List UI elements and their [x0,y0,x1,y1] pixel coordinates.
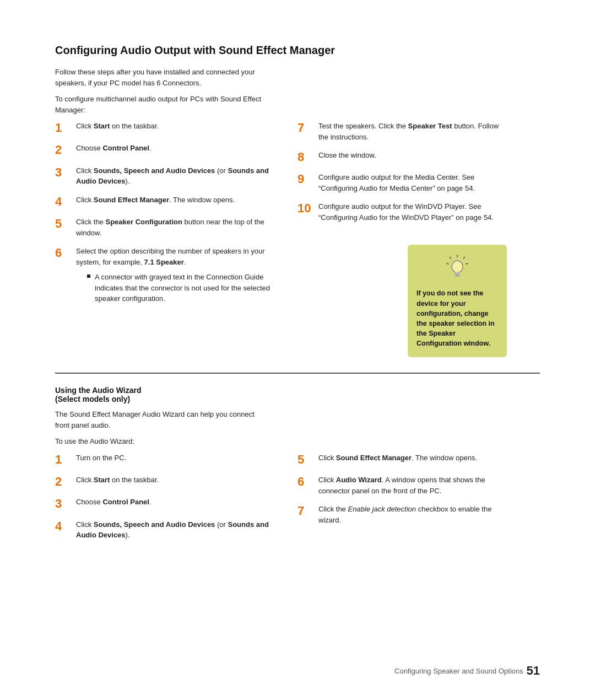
section2-intro1: The Sound Effect Manager Audio Wizard ca… [55,409,264,430]
step-10-number: 10 [298,201,315,216]
s2-step-4: 4 Click Sounds, Speech and Audio Devices… [55,519,275,541]
step-6-text: Select the option describing the number … [76,247,265,266]
section2-title-line1: Using the Audio Wizard [55,386,540,395]
section2-title-line2: (Select models only) [55,395,540,403]
s2-step-5-number: 5 [298,453,315,467]
bullet-icon [87,274,90,278]
svg-rect-7 [455,274,460,276]
step-6-number: 6 [55,246,73,260]
s2-step-1-number: 1 [55,453,73,467]
step-3-text: Click Sounds, Speech and Audio Devices (… [76,165,275,187]
s2-step-2: 2 Click Start on the taskbar. [55,475,275,489]
s2-step-7-number: 7 [298,504,315,518]
s2-step-7-text: Click the Enable jack detection checkbox… [318,504,507,525]
step-3: 3 Click Sounds, Speech and Audio Devices… [55,165,275,187]
step-2-number: 2 [55,143,73,157]
s2-step-4-number: 4 [55,519,73,534]
step-1-text: Click Start on the taskbar. [76,121,275,132]
right-col-inner: 7 Test the speakers. Click the Speaker T… [298,121,507,357]
section1-col-left: 1 Click Start on the taskbar. 2 Choose C… [55,121,275,357]
s2-step-6: 6 Click Audio Wizard. A window opens tha… [298,475,507,496]
step-8-number: 8 [298,150,315,164]
section2-title: Using the Audio Wizard (Select models on… [55,386,540,403]
step-2-text: Choose Control Panel. [76,143,275,154]
step-10: 10 Configure audio output for the WinDVD… [298,201,507,223]
svg-line-2 [466,263,468,264]
step-9-text: Configure audio output for the Media Cen… [318,172,507,193]
s2-step-2-number: 2 [55,475,73,489]
intro-para-2: To configure multichannel audio output f… [55,94,264,115]
step-8: 8 Close the window. [298,150,507,164]
step-8-text: Close the window. [318,150,507,161]
step-3-number: 3 [55,165,73,180]
step-2: 2 Choose Control Panel. [55,143,275,157]
footer-label: Configuring Speaker and Sound Options [394,667,523,675]
s2-step-5-text: Click Sound Effect Manager. The window o… [318,453,507,464]
step-4-number: 4 [55,195,73,209]
step-6-bullets: A connector with grayed text in the Conn… [76,272,275,304]
tip-box: If you do not see the device for your co… [408,245,507,357]
step-7: 7 Test the speakers. Click the Speaker T… [298,121,507,142]
s2-step-3: 3 Choose Control Panel. [55,497,275,511]
s2-step-6-text: Click Audio Wizard. A window opens that … [318,475,507,496]
step-4: 4 Click Sound Effect Manager. The window… [55,195,275,209]
page-number: 51 [527,664,540,678]
step-1-number: 1 [55,121,73,135]
section2-col-right: 5 Click Sound Effect Manager. The window… [298,453,507,548]
svg-line-4 [446,263,449,264]
svg-line-3 [450,257,451,259]
step-6: 6 Select the option describing the numbe… [55,246,275,306]
s2-step-1-text: Turn on the PC. [76,453,275,464]
section2-col-left: 1 Turn on the PC. 2 Click Start on the t… [55,453,275,548]
s2-step-3-number: 3 [55,497,73,511]
svg-rect-6 [455,272,460,274]
step-6-bullet-1: A connector with grayed text in the Conn… [87,272,275,304]
section1-col-right: 7 Test the speakers. Click the Speaker T… [298,121,507,357]
s2-step-3-text: Choose Control Panel. [76,497,275,508]
svg-rect-8 [455,276,459,277]
s2-step-1: 1 Turn on the PC. [55,453,275,467]
step-9: 9 Configure audio output for the Media C… [298,172,507,193]
step-1: 1 Click Start on the taskbar. [55,121,275,135]
section2-intro2: To use the Audio Wizard: [55,436,264,447]
step-5: 5 Click the Speaker Configuration button… [55,217,275,238]
section2: Using the Audio Wizard (Select models on… [55,386,540,548]
step-7-text: Test the speakers. Click the Speaker Tes… [318,121,507,142]
s2-step-7: 7 Click the Enable jack detection checkb… [298,504,507,525]
steps-right-list: 7 Test the speakers. Click the Speaker T… [298,121,507,230]
step-5-number: 5 [55,217,73,231]
s2-step-4-text: Click Sounds, Speech and Audio Devices (… [76,519,275,541]
s2-step-2-text: Click Start on the taskbar. [76,475,275,486]
svg-line-1 [463,257,465,259]
section1-two-col: 1 Click Start on the taskbar. 2 Choose C… [55,121,540,357]
section1-title: Configuring Audio Output with Sound Effe… [55,44,540,57]
lightbulb-icon [416,254,498,284]
step-7-number: 7 [298,121,315,135]
intro-para-1: Follow these steps after you have instal… [55,67,264,88]
page: Configuring Audio Output with Sound Effe… [0,0,595,700]
step-5-text: Click the Speaker Configuration button n… [76,217,275,238]
page-footer: Configuring Speaker and Sound Options 51 [394,664,540,678]
svg-point-5 [452,261,463,273]
s2-step-6-number: 6 [298,475,315,489]
steps-left-list: 1 Click Start on the taskbar. 2 Choose C… [55,121,275,306]
step-4-text: Click Sound Effect Manager. The window o… [76,195,275,206]
section2-two-col: 1 Turn on the PC. 2 Click Start on the t… [55,453,540,548]
tip-text: If you do not see the device for your co… [416,288,498,348]
s2-step-5: 5 Click Sound Effect Manager. The window… [298,453,507,467]
step-6-bullet-text: A connector with grayed text in the Conn… [95,272,275,304]
section-divider [55,373,540,374]
step-10-text: Configure audio output for the WinDVD Pl… [318,201,507,223]
step-9-number: 9 [298,172,315,186]
